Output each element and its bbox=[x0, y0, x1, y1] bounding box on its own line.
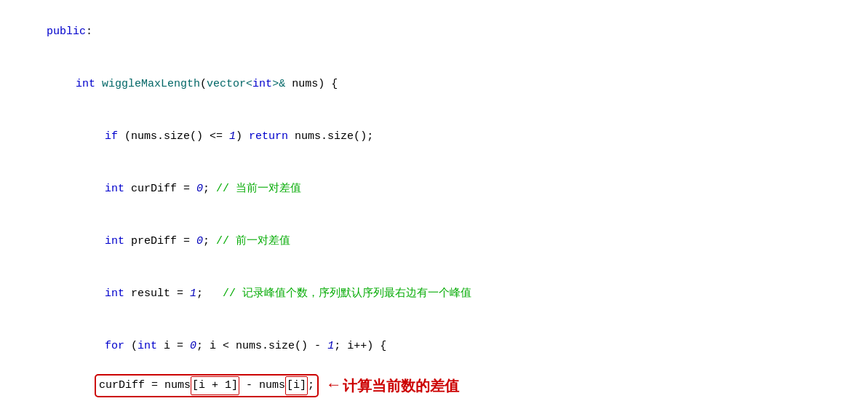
if-body2: ) bbox=[236, 130, 249, 143]
curDiff-box-wrapper: curDiff = nums[i + 1] - nums[i]; bbox=[95, 374, 319, 397]
line-public: public: bbox=[7, 6, 861, 58]
kw-int-result: int bbox=[105, 287, 124, 300]
line-preDiff-decl: int preDiff = 0; // 前一对差值 bbox=[7, 215, 861, 268]
line-curDiff-assign: curDiff = nums[i + 1] - nums[i]; ← 计算当前数… bbox=[7, 373, 861, 398]
index-i1-box: [i + 1] bbox=[191, 376, 239, 395]
param-nums: nums bbox=[285, 78, 318, 90]
semi-pre: ; bbox=[203, 235, 216, 247]
num-zero-for: 0 bbox=[190, 340, 196, 352]
line-public-content: public: bbox=[7, 6, 861, 58]
line-curDiff-content: int curDiff = 0; // 当前一对差值 bbox=[65, 163, 861, 215]
num-zero-pre: 0 bbox=[196, 235, 203, 247]
kw-int-vec: int bbox=[252, 78, 272, 90]
num-zero-cur: 0 bbox=[196, 183, 203, 195]
line-if-check: if (nums.size() <= 1) return nums.size()… bbox=[7, 111, 861, 163]
kw-int-pre: int bbox=[105, 235, 124, 247]
comment-preDiff: // 前一对差值 bbox=[216, 235, 290, 247]
minus: - nums bbox=[239, 377, 285, 394]
for-i: i = bbox=[157, 340, 190, 352]
for-cond: ; i < nums.size() - bbox=[196, 340, 327, 352]
arrow-right: ← bbox=[329, 373, 338, 398]
line-for-content: for (int i = 0; i < nums.size() - 1; i++… bbox=[65, 320, 861, 373]
line-result-decl: int result = 1; // 记录峰值个数，序列默认序列最右边有一个峰值 bbox=[7, 268, 861, 320]
type-amp: >& bbox=[272, 78, 285, 90]
kw-if: if bbox=[105, 130, 118, 143]
kw-int-i: int bbox=[138, 340, 157, 352]
if-body: (nums.size() <= bbox=[118, 130, 229, 143]
code-container: public: int wiggleMaxLength(vector<int>&… bbox=[0, 6, 868, 417]
line-comment-peak-content: // 出现峰值 bbox=[95, 398, 861, 417]
result-var: result = bbox=[124, 287, 190, 300]
preDiff-var: preDiff = bbox=[124, 235, 196, 247]
func-name: wiggleMaxLength bbox=[102, 78, 200, 90]
line-result-content: int result = 1; // 记录峰值个数，序列默认序列最右边有一个峰值 bbox=[65, 268, 861, 320]
kw-int-func: int bbox=[76, 78, 95, 90]
result-semi: ; bbox=[196, 287, 223, 300]
line-if-content: if (nums.size() <= 1) return nums.size()… bbox=[65, 111, 861, 163]
num-one-for: 1 bbox=[327, 340, 334, 352]
num-1: 1 bbox=[229, 130, 236, 143]
curDiff-assign-text: curDiff = nums bbox=[99, 377, 191, 394]
num-one: 1 bbox=[190, 287, 196, 300]
comment-curDiff: // 当前一对差值 bbox=[216, 183, 301, 195]
line-comment-peak: // 出现峰值 bbox=[7, 398, 861, 417]
paren-close: ) { bbox=[318, 78, 338, 90]
assign-semi: ; bbox=[308, 377, 314, 394]
semi-cur: ; bbox=[203, 183, 216, 195]
for-incr: ; i++) { bbox=[334, 340, 386, 352]
space bbox=[95, 78, 102, 90]
line-curDiff-decl: int curDiff = 0; // 当前一对差值 bbox=[7, 163, 861, 215]
comment-result: // 记录峰值个数，序列默认序列最右边有一个峰值 bbox=[223, 287, 471, 300]
type-vector: vector< bbox=[207, 78, 252, 90]
index-i-box: [i] bbox=[285, 376, 308, 395]
for-paren: ( bbox=[124, 340, 138, 352]
line-func-sig: int wiggleMaxLength(vector<int>& nums) { bbox=[7, 58, 861, 111]
kw-return: return bbox=[249, 130, 288, 143]
if-body3: nums.size(); bbox=[288, 130, 373, 143]
line-for: for (int i = 0; i < nums.size() - 1; i++… bbox=[7, 320, 861, 373]
colon: : bbox=[86, 25, 92, 38]
line-func-content: int wiggleMaxLength(vector<int>& nums) { bbox=[36, 58, 861, 111]
paren-open: ( bbox=[200, 78, 207, 90]
annotation-curDiff: 计算当前数的差值 bbox=[343, 374, 459, 397]
curDiff-var: curDiff = bbox=[124, 183, 196, 195]
line-curDiff-assign-content: curDiff = nums[i + 1] - nums[i]; ← 计算当前数… bbox=[95, 373, 861, 398]
keyword-public: public bbox=[47, 25, 86, 38]
line-preDiff-content: int preDiff = 0; // 前一对差值 bbox=[65, 215, 861, 268]
kw-int-cur: int bbox=[105, 183, 124, 195]
kw-for: for bbox=[105, 340, 124, 352]
